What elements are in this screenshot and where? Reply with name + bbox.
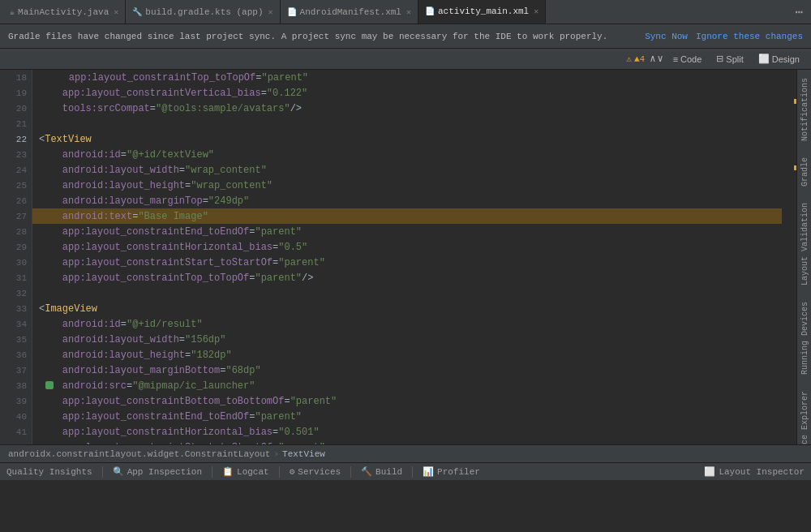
line-num-28: 28 — [0, 224, 32, 239]
status-divider-3 — [279, 466, 280, 478]
layout-inspector-label: Layout Inspector — [719, 467, 805, 477]
layout-validation-panel-button[interactable]: Layout Validation — [797, 195, 811, 294]
split-view-button[interactable]: ⊟ Split — [711, 52, 748, 66]
line-num-29: 29 — [0, 239, 32, 255]
build-button[interactable]: 🔨 Build — [361, 466, 402, 477]
line-num-24: 24 — [0, 162, 32, 178]
toolbar-right: ⚠ ▲4 ∧ ∨ ≡ Code ⊟ Split ⬜ Design — [626, 52, 805, 66]
code-line-39: app:layout_constraintBottom_toBottomOf="… — [32, 393, 782, 409]
app-inspection-icon: 🔍 — [113, 466, 124, 477]
breadcrumb-constraint-layout[interactable]: androidx.constraintlayout.widget.Constra… — [8, 449, 270, 459]
editor-area: 18 19 20 21 22 23 24 25 26 27 28 29 30 3… — [0, 70, 811, 444]
split-icon: ⊟ — [716, 54, 723, 64]
xml-icon: 📄 — [425, 6, 435, 16]
tag-imageview: ImageView — [45, 303, 97, 315]
code-line-30: app:layout_constraintStart_toStartOf="pa… — [32, 255, 782, 270]
attr-20: tools:srcCompat — [39, 103, 150, 114]
design-label: Design — [772, 54, 800, 64]
quality-insights-button[interactable]: Quality Insights — [6, 467, 92, 477]
app-inspection-button[interactable]: 🔍 App Inspection — [113, 466, 202, 477]
services-label: Services — [298, 467, 341, 477]
tab-close-build-gradle[interactable]: ✕ — [268, 7, 273, 17]
line-num-39: 39 — [0, 393, 32, 409]
line-num-27: 27 — [0, 208, 32, 224]
code-content[interactable]: app:layout_constraintTop_toTopOf="parent… — [32, 70, 782, 444]
tab-label: activity_main.xml — [438, 6, 529, 16]
code-label: Code — [680, 54, 702, 64]
nav-arrows: ∧ ∨ — [650, 53, 663, 65]
code-line-42: app:layout_constraintStart_toStartOf="pa… — [32, 440, 782, 444]
tab-close-activity-main[interactable]: ✕ — [534, 6, 539, 16]
tag-textview: TextView — [45, 134, 92, 145]
line-num-22: 22 — [0, 131, 32, 147]
ignore-changes-link[interactable]: Ignore these changes — [696, 32, 803, 41]
line-num-34: 34 — [0, 316, 32, 332]
java-icon: ☕ — [10, 7, 15, 17]
code-line-29: app:layout_constraintHorizontal_bias="0.… — [32, 239, 782, 255]
tab-close-android-manifest[interactable]: ✕ — [406, 7, 411, 17]
tab-build-gradle[interactable]: 🔧 build.gradle.kts (app) ✕ — [126, 0, 280, 24]
layout-inspector-button[interactable]: ⬜ Layout Inspector — [704, 466, 805, 477]
design-icon: ⬜ — [758, 54, 770, 64]
build-label: Build — [375, 467, 402, 477]
notification-actions: Sync Now Ignore these changes — [645, 32, 803, 41]
tab-close-main-activity[interactable]: ✕ — [114, 7, 118, 17]
code-line-22: ▼ <TextView — [32, 131, 782, 147]
services-icon: ⚙ — [290, 466, 295, 477]
code-view-button[interactable]: ≡ Code — [668, 53, 707, 66]
code-line-37: android:layout_marginBottom="68dp" — [32, 363, 782, 378]
line-num-26: 26 — [0, 193, 32, 208]
warning-count: ▲4 — [634, 54, 645, 64]
breadcrumb-separator: › — [273, 449, 279, 459]
code-line-23: android:id="@+id/textView" — [32, 147, 782, 162]
notifications-panel-button[interactable]: Notifications — [797, 70, 811, 149]
line-num-38: 38 — [0, 378, 32, 393]
logcat-label: Logcat — [237, 467, 269, 477]
nav-down-button[interactable]: ∨ — [657, 53, 663, 65]
notification-bar: Gradle files have changed since last pro… — [0, 24, 811, 49]
line-num-21: 21 — [0, 116, 32, 131]
tab-activity-main[interactable]: 📄 activity_main.xml ✕ — [418, 0, 546, 24]
line-num-30: 30 — [0, 255, 32, 270]
logcat-icon: 📋 — [222, 466, 234, 477]
code-line-33: ▼ <ImageView — [32, 301, 782, 316]
code-line-18: app:layout_constraintTop_toTopOf="parent… — [32, 70, 782, 85]
code-line-21 — [32, 116, 782, 131]
line-num-35: 35 — [0, 332, 32, 347]
tab-android-manifest[interactable]: 📄 AndroidManifest.xml ✕ — [281, 0, 418, 24]
profiler-icon: 📊 — [423, 466, 434, 477]
code-line-40: app:layout_constraintEnd_toEndOf="parent… — [32, 409, 782, 424]
breadcrumb-textview[interactable]: TextView — [282, 449, 325, 459]
warning-badge: ⚠ ▲4 — [626, 54, 645, 64]
services-button[interactable]: ⚙ Services — [290, 466, 341, 477]
code-line-34: android:id="@+id/result" — [32, 316, 782, 332]
gradle-panel-button[interactable]: Gradle — [797, 149, 811, 195]
code-line-20: tools:srcCompat="@tools:sample/avatars" … — [32, 101, 782, 116]
layout-inspector-icon: ⬜ — [704, 466, 715, 477]
code-line-32 — [32, 285, 782, 301]
line-num-19: 19 — [0, 85, 32, 101]
tab-main-activity[interactable]: ☕ MainActivity.java ✕ — [3, 0, 126, 24]
warning-icon: ⚠ — [626, 54, 632, 64]
status-divider-2 — [212, 466, 212, 478]
code-line-28: app:layout_constraintEnd_toEndOf="parent… — [32, 224, 782, 239]
tab-label: MainActivity.java — [18, 7, 109, 17]
code-line-35: android:layout_width="156dp" — [32, 332, 782, 347]
running-devices-panel-button[interactable]: Running Devices — [797, 294, 811, 383]
status-divider-1 — [102, 466, 103, 478]
line-num-18: 18 — [0, 70, 32, 85]
line-num-31: 31 — [0, 270, 32, 285]
tab-overflow-button[interactable]: ⋯ — [790, 4, 808, 20]
logcat-button[interactable]: 📋 Logcat — [222, 466, 269, 477]
nav-up-button[interactable]: ∧ — [650, 53, 655, 65]
profiler-label: Profiler — [437, 467, 480, 477]
sync-now-link[interactable]: Sync Now — [645, 32, 688, 41]
design-view-button[interactable]: ⬜ Design — [753, 52, 805, 66]
profiler-button[interactable]: 📊 Profiler — [423, 466, 480, 477]
tab-label: AndroidManifest.xml — [300, 7, 401, 17]
line-num-25: 25 — [0, 178, 32, 193]
device-explorer-panel-button[interactable]: Device Explorer — [797, 383, 811, 444]
breadcrumb-bar: androidx.constraintlayout.widget.Constra… — [0, 444, 811, 462]
code-editor[interactable]: 18 19 20 21 22 23 24 25 26 27 28 29 30 3… — [0, 70, 796, 444]
code-line-26: android:layout_marginTop="249dp" — [32, 193, 782, 208]
